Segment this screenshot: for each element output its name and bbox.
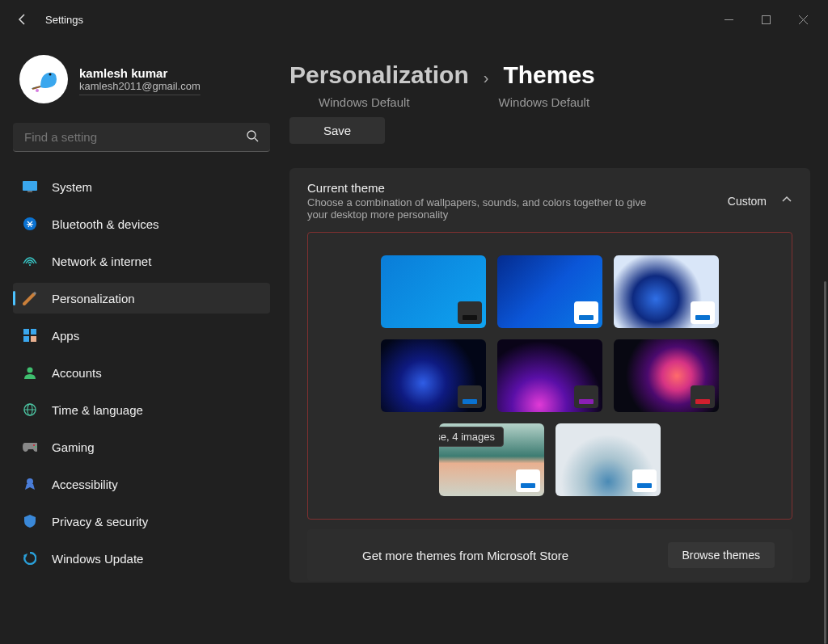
breadcrumb-parent[interactable]: Personalization: [289, 61, 469, 89]
nav-icon: [23, 254, 37, 268]
sidebar-item-personalization[interactable]: Personalization: [13, 283, 270, 314]
svg-point-3: [36, 89, 39, 92]
svg-rect-12: [23, 336, 29, 342]
chevron-up-icon[interactable]: [781, 194, 792, 208]
theme-label-right: Windows Default: [499, 95, 590, 109]
svg-rect-1: [762, 15, 770, 23]
sidebar-item-label: Windows Update: [52, 552, 143, 566]
sidebar-item-label: Personalization: [52, 292, 135, 305]
nav-icon: [23, 477, 37, 491]
browse-themes-button[interactable]: Browse themes: [668, 542, 775, 568]
svg-point-20: [27, 478, 33, 485]
sidebar-item-accounts[interactable]: Accounts: [13, 357, 270, 388]
close-button[interactable]: [784, 6, 822, 32]
nav-icon: [23, 551, 37, 566]
nav-icon: [23, 179, 37, 194]
scrollbar[interactable]: [824, 281, 826, 644]
nav-icon: [23, 514, 37, 528]
sidebar-item-label: Privacy & security: [52, 515, 148, 528]
theme-option[interactable]: [381, 255, 486, 328]
sidebar-item-label: Network & internet: [52, 255, 151, 268]
sidebar-item-label: Bluetooth & devices: [52, 217, 159, 231]
svg-rect-13: [31, 336, 36, 342]
sidebar-item-network-internet[interactable]: Network & internet: [13, 246, 270, 276]
sidebar-item-bluetooth-devices[interactable]: Bluetooth & devices: [13, 208, 270, 239]
sidebar-item-privacy-security[interactable]: Privacy & security: [13, 506, 270, 537]
theme-label-left: Windows Default: [319, 95, 410, 109]
svg-line-5: [255, 138, 258, 141]
svg-rect-11: [31, 329, 36, 335]
svg-point-9: [29, 264, 31, 266]
nav-icon: [23, 291, 37, 305]
theme-option[interactable]: [381, 339, 486, 412]
search-field[interactable]: [24, 130, 246, 144]
nav-icon: [23, 402, 37, 417]
sidebar-item-time-language[interactable]: Time & language: [13, 394, 270, 425]
sidebar-item-accessibility[interactable]: Accessibility: [13, 469, 270, 499]
svg-point-14: [27, 368, 33, 373]
sidebar-item-label: System: [52, 180, 92, 194]
sidebar-item-label: Accessibility: [52, 478, 118, 491]
sidebar-item-gaming[interactable]: Gaming: [13, 431, 270, 462]
nav-icon: [23, 440, 37, 454]
breadcrumb: Personalization › Themes: [289, 61, 810, 89]
store-text: Get more themes from Microsoft Store: [362, 549, 568, 562]
store-row: Get more themes from Microsoft Store Bro…: [307, 529, 792, 581]
user-profile[interactable]: kamlesh kumar kamlesh2011@gmail.com: [13, 55, 270, 103]
current-theme-subtitle: Choose a combination of wallpapers, soun…: [307, 196, 663, 221]
theme-option[interactable]: Sunrise, 4 images: [439, 423, 544, 496]
window-title: Settings: [45, 14, 83, 26]
search-icon: [246, 129, 259, 145]
tooltip: Sunrise, 4 images: [439, 427, 504, 447]
svg-point-4: [247, 131, 256, 139]
current-theme-card: Current theme Choose a combination of wa…: [289, 168, 810, 583]
svg-rect-10: [23, 329, 29, 335]
sidebar-item-label: Apps: [52, 329, 79, 343]
current-theme-value: Custom: [728, 195, 767, 208]
back-button[interactable]: [6, 3, 39, 36]
sidebar-item-label: Accounts: [52, 366, 102, 380]
svg-rect-6: [23, 181, 37, 191]
page-title: Themes: [503, 61, 594, 89]
theme-option[interactable]: [614, 339, 719, 412]
save-button[interactable]: Save: [289, 117, 385, 144]
sidebar-item-label: Time & language: [52, 403, 143, 417]
user-email: kamlesh2011@gmail.com: [79, 80, 201, 92]
nav-icon: [23, 365, 37, 380]
theme-option[interactable]: [497, 255, 602, 328]
avatar: [19, 55, 68, 103]
chevron-right-icon: ›: [484, 69, 489, 87]
sidebar-item-apps[interactable]: Apps: [13, 320, 270, 351]
svg-rect-7: [27, 191, 32, 192]
sidebar-item-windows-update[interactable]: Windows Update: [13, 543, 270, 574]
sidebar-item-label: Gaming: [52, 440, 95, 454]
theme-option[interactable]: [497, 339, 602, 412]
svg-point-18: [33, 444, 35, 446]
nav-icon: [23, 328, 37, 343]
search-input[interactable]: [13, 123, 270, 152]
minimize-button[interactable]: [710, 6, 747, 32]
current-theme-title: Current theme: [307, 181, 728, 195]
maximize-button[interactable]: [747, 6, 784, 32]
svg-point-19: [35, 446, 36, 448]
theme-grid: Sunrise, 4 images: [307, 232, 792, 520]
sidebar-item-system[interactable]: System: [13, 171, 270, 202]
nav-icon: [23, 217, 37, 231]
theme-option[interactable]: [556, 423, 661, 496]
theme-option[interactable]: [614, 255, 719, 328]
user-name: kamlesh kumar: [79, 66, 201, 80]
svg-point-2: [49, 74, 52, 76]
